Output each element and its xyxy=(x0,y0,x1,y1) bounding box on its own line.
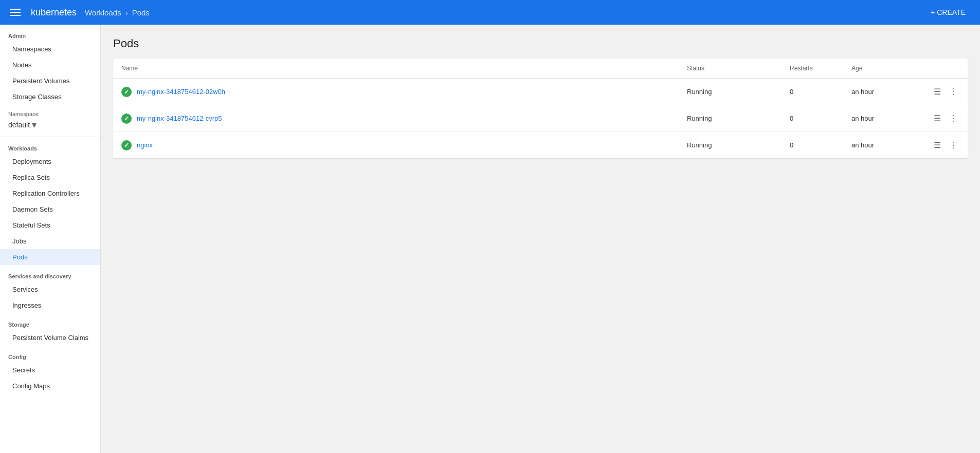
row-name-cell: my-nginx-3418754612-02w0h xyxy=(121,87,687,97)
topbar: kubernetes Workloads › Pods + CREATE xyxy=(0,0,980,25)
logs-icon[interactable]: ☰ xyxy=(932,111,943,125)
namespace-value: default xyxy=(8,121,30,129)
more-icon[interactable]: ⋮ xyxy=(947,138,959,152)
row-status: Running xyxy=(687,115,790,122)
sidebar-item-jobs[interactable]: Jobs xyxy=(0,233,100,249)
breadcrumb-current: Pods xyxy=(132,8,150,17)
row-status: Running xyxy=(687,88,790,96)
row-restarts: 0 xyxy=(790,115,851,122)
row-age: an hour xyxy=(851,141,929,149)
sidebar-item-storage-classes[interactable]: Storage Classes xyxy=(0,89,100,105)
workloads-section-label: Workloads xyxy=(0,137,100,154)
table-row: my-nginx-3418754612-02w0h Running 0 an h… xyxy=(113,79,968,105)
row-age: an hour xyxy=(851,88,929,96)
row-age: an hour xyxy=(851,115,929,122)
app-brand: kubernetes xyxy=(31,7,77,18)
row-actions: ☰ ⋮ xyxy=(929,111,959,125)
breadcrumb-separator: › xyxy=(125,8,128,17)
namespace-section: Namespace default ▾ xyxy=(0,105,100,137)
col-restarts: Restarts xyxy=(790,65,851,72)
sidebar-item-ingresses[interactable]: Ingresses xyxy=(0,297,100,313)
row-name-cell: my-nginx-3418754612-cvrp5 xyxy=(121,114,687,124)
namespace-label: Namespace xyxy=(8,111,92,117)
logs-icon[interactable]: ☰ xyxy=(932,138,943,152)
sidebar-item-replica-sets[interactable]: Replica Sets xyxy=(0,169,100,185)
services-discovery-section-label: Services and discovery xyxy=(0,265,100,281)
row-restarts: 0 xyxy=(790,88,851,96)
row-actions: ☰ ⋮ xyxy=(929,85,959,99)
breadcrumb: Workloads › Pods xyxy=(85,8,150,17)
config-section-label: Config xyxy=(0,346,100,362)
page-title: Pods xyxy=(113,37,968,50)
status-running-icon xyxy=(121,87,132,97)
row-status: Running xyxy=(687,141,790,149)
more-icon[interactable]: ⋮ xyxy=(947,111,959,125)
row-actions: ☰ ⋮ xyxy=(929,138,959,152)
row-restarts: 0 xyxy=(790,141,851,149)
sidebar-item-daemon-sets[interactable]: Daemon Sets xyxy=(0,201,100,217)
chevron-down-icon: ▾ xyxy=(32,119,37,130)
pod-link[interactable]: my-nginx-3418754612-02w0h xyxy=(137,88,225,96)
sidebar-item-pods[interactable]: Pods xyxy=(0,249,100,265)
create-button[interactable]: + CREATE xyxy=(924,4,972,21)
sidebar-item-namespaces[interactable]: Namespaces xyxy=(0,41,100,57)
sidebar-item-services[interactable]: Services xyxy=(0,281,100,297)
namespace-select[interactable]: default ▾ xyxy=(8,119,92,130)
sidebar-item-deployments[interactable]: Deployments xyxy=(0,154,100,169)
col-actions xyxy=(929,65,959,72)
sidebar-item-config-maps[interactable]: Config Maps xyxy=(0,378,100,394)
sidebar-item-stateful-sets[interactable]: Stateful Sets xyxy=(0,217,100,233)
table-row: my-nginx-3418754612-cvrp5 Running 0 an h… xyxy=(113,105,968,132)
pod-link[interactable]: my-nginx-3418754612-cvrp5 xyxy=(137,115,222,122)
sidebar-item-secrets[interactable]: Secrets xyxy=(0,362,100,378)
status-running-icon xyxy=(121,140,132,150)
sidebar: Admin Namespaces Nodes Persistent Volume… xyxy=(0,25,101,453)
admin-section-label: Admin xyxy=(0,25,100,41)
sidebar-item-nodes[interactable]: Nodes xyxy=(0,57,100,73)
hamburger-icon[interactable] xyxy=(8,7,23,18)
sidebar-item-pvc[interactable]: Persistent Volume Claims xyxy=(0,330,100,346)
status-running-icon xyxy=(121,114,132,124)
main-content: Pods Name Status Restarts Age my-nginx-3… xyxy=(101,25,980,453)
col-age: Age xyxy=(851,65,929,72)
logs-icon[interactable]: ☰ xyxy=(932,85,943,99)
row-name-cell: nginx xyxy=(121,140,687,150)
pod-link[interactable]: nginx xyxy=(137,141,153,149)
breadcrumb-parent[interactable]: Workloads xyxy=(85,8,121,17)
col-status: Status xyxy=(687,65,790,72)
sidebar-item-persistent-volumes[interactable]: Persistent Volumes xyxy=(0,73,100,89)
sidebar-item-replication-controllers[interactable]: Replication Controllers xyxy=(0,185,100,201)
table-header: Name Status Restarts Age xyxy=(113,59,968,79)
layout: Admin Namespaces Nodes Persistent Volume… xyxy=(0,25,980,453)
storage-section-label: Storage xyxy=(0,313,100,330)
topbar-left: kubernetes Workloads › Pods xyxy=(8,7,150,18)
more-icon[interactable]: ⋮ xyxy=(947,85,959,99)
pods-table-card: Name Status Restarts Age my-nginx-341875… xyxy=(113,59,968,158)
col-name: Name xyxy=(121,65,687,72)
table-row: nginx Running 0 an hour ☰ ⋮ xyxy=(113,132,968,158)
